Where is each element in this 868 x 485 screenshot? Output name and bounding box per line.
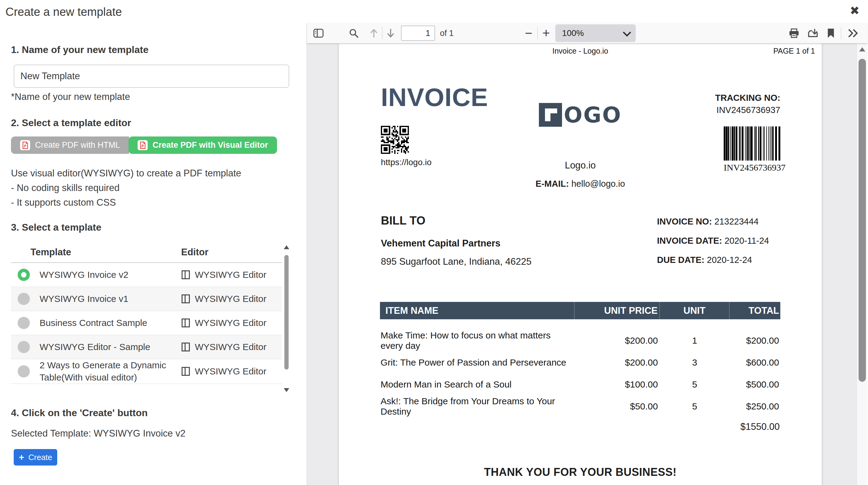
zoom-level-select[interactable]: 100% [555, 24, 636, 42]
barcode-value: INV2456736937 [724, 162, 780, 173]
editor-icon [181, 367, 190, 376]
items-table-header: ITEM NAME UNIT PRICE UNIT TOTAL [380, 302, 780, 319]
template-row[interactable]: WYSIWYG Editor - SampleWYSIWYG Editor [11, 335, 282, 359]
barcode: INV2456736937 [724, 126, 780, 173]
previous-page-icon[interactable] [370, 28, 378, 38]
template-row[interactable]: 2 Ways to Generate a Dynamic Table(With … [11, 359, 282, 384]
step3-heading: 3. Select a template [11, 222, 101, 233]
zoom-out-icon[interactable]: − [525, 27, 532, 39]
tracking-label: TRACKING NO: [715, 92, 780, 104]
grand-total: $1550.00 [740, 421, 780, 432]
email-line: E-MAIL: hello@logo.io [339, 179, 822, 189]
template-list: Template Editor WYSIWYG Invoice v2WYSIWY… [11, 242, 290, 384]
template-list-scrollbar[interactable] [283, 245, 290, 393]
print-icon[interactable] [788, 28, 800, 38]
template-radio[interactable] [18, 317, 30, 329]
editor-icon [181, 318, 190, 328]
col-item-name: ITEM NAME [380, 302, 575, 319]
template-row[interactable]: WYSIWYG Invoice v2WYSIWYG Editor [11, 263, 282, 287]
invoice-meta: INVOICE NO: 213223444 INVOICE DATE: 2020… [657, 217, 769, 274]
description-line: - No coding skills required [11, 181, 241, 195]
create-template-dialog: { "dialog": { "title": "Create a new tem… [0, 0, 868, 485]
template-row-label: Business Contract Sample [39, 317, 147, 329]
toolbar-divider [537, 27, 538, 39]
left-panel: Create a new template 1. Name of your ne… [0, 0, 307, 485]
search-icon[interactable] [349, 28, 359, 38]
template-row-label: 2 Ways to Generate a Dynamic Table(With … [39, 359, 167, 383]
logo-text: OGO [564, 102, 622, 127]
pdf-scrollbar[interactable] [857, 44, 867, 485]
pdf-body: Invoice - Logo.io PAGE 1 of 1 INVOICE OG… [307, 44, 867, 485]
template-column-header: Template [11, 247, 181, 258]
items-table-body: Make Time: How to focus on what matters … [380, 330, 780, 417]
items-table: ITEM NAME UNIT PRICE UNIT TOTAL Make Tim… [380, 302, 780, 417]
col-unit: UNIT [660, 302, 730, 319]
template-rows: WYSIWYG Invoice v2WYSIWYG EditorWYSIWYG … [11, 263, 290, 384]
sidebar-toggle-icon[interactable] [313, 28, 324, 38]
page-number-input[interactable] [401, 26, 435, 41]
template-radio[interactable] [18, 293, 30, 305]
scrollbar-thumb[interactable] [859, 59, 866, 382]
editor-icon [181, 270, 190, 280]
invoice-item-row: Modern Man in Search of a Soul$100.005$5… [380, 373, 780, 395]
toolbar-divider [382, 27, 382, 39]
pdf-toolbar: of 1 − + 100% [307, 23, 867, 44]
description-line: - It supports custom CSS [11, 195, 241, 210]
template-radio[interactable] [18, 365, 30, 377]
scrollbar-thumb[interactable] [284, 255, 289, 370]
template-row[interactable]: Business Contract SampleWYSIWYG Editor [11, 311, 282, 335]
template-row-editor: WYSIWYG Editor [195, 294, 267, 304]
template-row-label: WYSIWYG Invoice v2 [39, 269, 128, 281]
email-label: E-MAIL: [535, 179, 569, 189]
invoice-date-line: INVOICE DATE: 2020-11-24 [657, 236, 769, 246]
create-pdf-html-label: Create PDF with HTML [35, 140, 120, 150]
template-row-editor: WYSIWYG Editor [195, 269, 267, 280]
pdf-viewer: of 1 − + 100% [307, 23, 867, 485]
template-radio[interactable] [18, 269, 30, 281]
document-header-title: Invoice - Logo.io [339, 47, 822, 55]
download-icon[interactable] [807, 28, 819, 38]
template-name-input[interactable] [14, 64, 289, 88]
template-radio[interactable] [18, 341, 30, 353]
page-title: Create a new template [5, 5, 122, 19]
pdf-page: Invoice - Logo.io PAGE 1 of 1 INVOICE OG… [339, 44, 822, 485]
invoice-item-row: Ask!: The Bridge from Your Dreams to You… [380, 395, 780, 417]
scroll-up-icon[interactable] [284, 245, 289, 249]
create-pdf-visual-button[interactable]: Create PDF with Visual Editor [128, 137, 277, 154]
due-date-line: DUE DATE: 2020-12-24 [657, 255, 769, 265]
create-button[interactable]: + Create [14, 449, 57, 465]
editor-icon [181, 294, 190, 304]
more-tools-icon[interactable] [847, 29, 860, 38]
template-row[interactable]: WYSIWYG Invoice v1WYSIWYG Editor [11, 287, 282, 311]
template-row-label: WYSIWYG Editor - Sample [39, 341, 150, 353]
page-count-label: of 1 [440, 29, 454, 38]
create-pdf-visual-label: Create PDF with Visual Editor [153, 140, 268, 150]
template-row-editor: WYSIWYG Editor [195, 318, 267, 328]
col-unit-price: UNIT PRICE [575, 302, 660, 319]
scroll-up-icon[interactable] [859, 47, 865, 52]
pdf-file-icon [137, 140, 148, 150]
bookmark-icon[interactable] [827, 28, 835, 38]
invoice-document: Invoice - Logo.io PAGE 1 of 1 INVOICE OG… [339, 44, 822, 485]
template-row-editor: WYSIWYG Editor [195, 342, 267, 352]
create-pdf-html-button[interactable]: Create PDF with HTML [11, 137, 129, 154]
email-value: hello@logo.io [571, 179, 625, 189]
template-row-label: WYSIWYG Invoice v1 [39, 293, 128, 305]
close-icon[interactable]: ✖ [850, 5, 860, 17]
step2-heading: 2. Select a template editor [11, 117, 131, 129]
col-total: TOTAL [730, 302, 780, 319]
bill-to-name: Vehement Capital Partners [381, 238, 500, 249]
document-header-page: PAGE 1 of 1 [773, 47, 815, 55]
zoom-in-icon[interactable]: + [542, 27, 550, 39]
chevron-down-icon [623, 28, 631, 36]
template-list-header: Template Editor [11, 242, 282, 263]
plus-icon: + [19, 453, 24, 462]
next-page-icon[interactable] [386, 28, 395, 38]
bill-to-address: 895 Sugarfoot Lane, Indiana, 46225 [381, 256, 532, 267]
create-button-label: Create [28, 453, 52, 462]
invoice-item-row: Make Time: How to focus on what matters … [380, 330, 780, 351]
editor-buttons: Create PDF with HTML Create PDF with Vis… [11, 137, 277, 154]
invoice-number-line: INVOICE NO: 213223444 [657, 217, 769, 227]
tracking-value: INV2456736937 [715, 104, 780, 116]
scroll-down-icon[interactable] [284, 388, 289, 392]
